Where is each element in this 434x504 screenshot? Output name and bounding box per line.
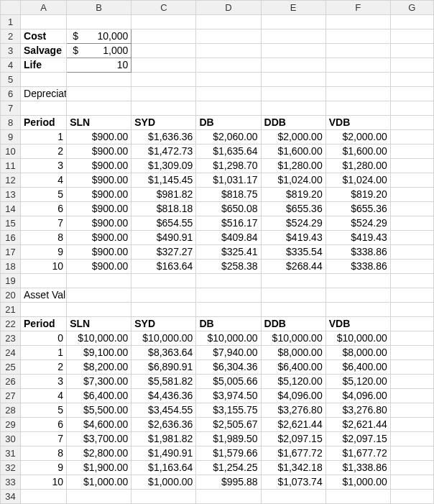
av-syd[interactable]: $2,636.36 [131,418,196,432]
cell-G[interactable] [390,475,433,490]
cell-E[interactable] [261,288,326,303]
cell-F[interactable] [326,288,390,303]
av-sln[interactable]: $4,600.00 [67,418,131,432]
av-ddb[interactable]: $1,073.74 [261,475,326,490]
row-header-10[interactable]: 10 [1,145,21,159]
hdr-ddb[interactable]: DDB [261,116,326,130]
av-ddb[interactable]: $6,400.00 [261,360,326,375]
cost-value[interactable]: $10,000 [67,29,131,44]
dep-syd[interactable]: $1,636.36 [131,130,196,145]
cell-G[interactable] [390,331,433,346]
dep-ddb[interactable]: $1,600.00 [261,145,326,159]
av-vdb[interactable]: $6,400.00 [326,360,390,375]
dep-sln[interactable]: $900.00 [67,145,131,159]
cell-D[interactable] [196,87,261,101]
av-sln[interactable]: $8,200.00 [67,360,131,375]
cell-B[interactable] [67,274,131,288]
cell-G[interactable] [390,216,433,231]
av-sln[interactable]: $5,500.00 [67,403,131,418]
cell-D[interactable] [196,303,261,317]
cell-D[interactable] [196,101,261,116]
av-syd[interactable]: $1,000.00 [131,475,196,490]
dep-ddb[interactable]: $1,280.00 [261,159,326,173]
dep-vdb[interactable]: $1,600.00 [326,145,390,159]
dep-sln[interactable]: $900.00 [67,130,131,145]
hdr-db[interactable]: DB [196,116,261,130]
cell-C[interactable] [131,29,196,44]
av-period[interactable]: 7 [21,432,67,446]
av-syd[interactable]: $4,436.36 [131,389,196,403]
cell-D[interactable] [196,288,261,303]
row-header-34[interactable]: 34 [1,490,21,504]
cell-C[interactable] [131,15,196,29]
cell-G[interactable] [390,44,433,58]
dep-ddb[interactable]: $268.44 [261,260,326,274]
row-header-15[interactable]: 15 [1,216,21,231]
av-db[interactable]: $2,505.67 [196,418,261,432]
cell-G[interactable] [390,403,433,418]
cell-B[interactable] [67,15,131,29]
av-ddb[interactable]: $1,342.18 [261,461,326,475]
av-vdb[interactable]: $2,621.44 [326,418,390,432]
cell-G[interactable] [390,159,433,173]
cell-F[interactable] [326,101,390,116]
dep-sln[interactable]: $900.00 [67,202,131,216]
col-header-E[interactable]: E [261,1,326,15]
dep-sln[interactable]: $900.00 [67,216,131,231]
row-header-30[interactable]: 30 [1,432,21,446]
cost-label[interactable]: Cost [21,29,67,44]
cell-G[interactable] [390,130,433,145]
cell-D[interactable] [196,15,261,29]
av-syd[interactable]: $10,000.00 [131,331,196,346]
av-syd[interactable]: $3,454.55 [131,403,196,418]
cell-E[interactable] [261,44,326,58]
dep-period[interactable]: 1 [21,130,67,145]
row-header-14[interactable]: 14 [1,202,21,216]
cell-E[interactable] [261,15,326,29]
dep-period[interactable]: 5 [21,188,67,202]
row-header-21[interactable]: 21 [1,303,21,317]
cell-C[interactable] [131,73,196,87]
row-header-9[interactable]: 9 [1,130,21,145]
cell-G[interactable] [390,188,433,202]
row-header-6[interactable]: 6 [1,87,21,101]
cell-G[interactable] [390,317,433,331]
cell-F[interactable] [326,29,390,44]
cell-C[interactable] [131,58,196,73]
dep-vdb[interactable]: $2,000.00 [326,130,390,145]
dep-db[interactable]: $818.75 [196,188,261,202]
av-db[interactable]: $1,579.66 [196,446,261,461]
av-sln[interactable]: $1,000.00 [67,475,131,490]
av-ddb[interactable]: $5,120.00 [261,375,326,389]
dep-ddb[interactable]: $655.36 [261,202,326,216]
av-period[interactable]: 4 [21,389,67,403]
col-header-D[interactable]: D [196,1,261,15]
dep-period[interactable]: 10 [21,260,67,274]
col-header-C[interactable]: C [131,1,196,15]
hdr-sln[interactable]: SLN [67,116,131,130]
av-ddb[interactable]: $2,097.15 [261,432,326,446]
row-header-11[interactable]: 11 [1,159,21,173]
dep-syd[interactable]: $981.82 [131,188,196,202]
cell-G[interactable] [390,346,433,360]
row-header-5[interactable]: 5 [1,73,21,87]
dep-vdb[interactable]: $819.20 [326,188,390,202]
av-vdb[interactable]: $2,097.15 [326,432,390,446]
cell-B[interactable] [67,490,131,504]
cell-E[interactable] [261,490,326,504]
life-value[interactable]: 10 [67,58,131,73]
dep-vdb[interactable]: $524.29 [326,216,390,231]
av-vdb[interactable]: $1,677.72 [326,446,390,461]
cell-G[interactable] [390,231,433,245]
cell-D[interactable] [196,44,261,58]
cell-A[interactable] [21,73,67,87]
dep-syd[interactable]: $1,309.09 [131,159,196,173]
cell-C[interactable] [131,303,196,317]
dep-period[interactable]: 4 [21,173,67,188]
col-header-A[interactable]: A [21,1,67,15]
av-db[interactable]: $3,155.75 [196,403,261,418]
col-header-B[interactable]: B [67,1,131,15]
av-period[interactable]: 0 [21,331,67,346]
cell-F[interactable] [326,73,390,87]
dep-period[interactable]: 8 [21,231,67,245]
